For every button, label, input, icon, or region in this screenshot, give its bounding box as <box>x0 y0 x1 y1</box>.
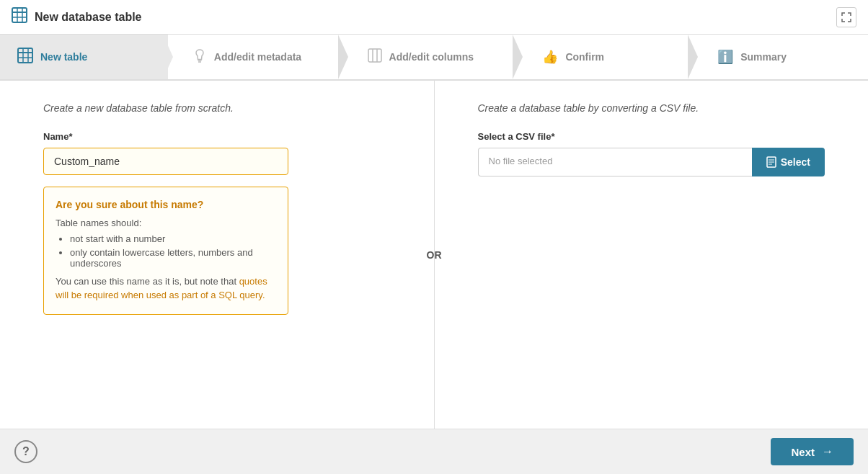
new-table-step-icon <box>17 48 33 67</box>
warning-rule-2: only contain lowercase letters, numbers … <box>70 247 276 269</box>
warning-note: You can use this name as it is, but note… <box>56 274 276 303</box>
step-add-edit-columns[interactable]: Add/edit columns <box>350 35 518 79</box>
footer: ? Next → <box>0 429 868 474</box>
step-summary[interactable]: ℹ️ Summary <box>700 35 868 79</box>
csv-filename-display: No file selected <box>478 148 752 176</box>
svg-rect-12 <box>368 49 381 62</box>
step-confirm[interactable]: 👍 Confirm <box>525 35 693 79</box>
step-summary-label: Summary <box>740 51 787 63</box>
next-arrow: → <box>822 445 833 458</box>
warning-note-highlight: quotes will be required when used as par… <box>56 276 267 301</box>
left-panel-description: Create a new database table from scratch… <box>43 102 391 114</box>
step-arrow-1 <box>159 35 177 79</box>
select-btn-label: Select <box>781 156 810 168</box>
warning-rule-1: not start with a number <box>70 233 276 244</box>
page-title: New database table <box>35 11 142 24</box>
step-arrow-3 <box>509 35 526 79</box>
step-columns-label: Add/edit columns <box>389 51 474 63</box>
name-label: Name* <box>43 131 391 142</box>
right-panel: Create a database table by converting a … <box>435 81 869 429</box>
csv-label: Select a CSV file* <box>478 131 825 142</box>
svg-rect-5 <box>18 48 32 63</box>
step-new-table[interactable]: New table <box>0 35 168 79</box>
select-csv-button[interactable]: Select <box>752 148 825 176</box>
step-arrow-4 <box>684 35 701 79</box>
header-title-group: New database table <box>12 7 142 27</box>
columns-step-icon <box>368 48 382 66</box>
help-label: ? <box>22 445 30 458</box>
csv-row: No file selected Select <box>478 148 825 176</box>
table-name-input[interactable] <box>43 148 288 175</box>
warning-intro: Table names should: <box>56 216 276 231</box>
left-panel: Create a new database table from scratch… <box>0 81 435 429</box>
step-new-table-label: New table <box>40 51 87 63</box>
wizard-steps: New table Add/edit metadata <box>0 35 868 81</box>
right-panel-description: Create a database table by converting a … <box>478 102 825 114</box>
warning-box: Are you sure about this name? Table name… <box>43 187 288 315</box>
help-button[interactable]: ? <box>14 440 37 463</box>
step-add-edit-metadata[interactable]: Add/edit metadata <box>175 35 343 79</box>
table-icon <box>12 7 27 27</box>
step-arrow-2 <box>335 35 352 79</box>
step-confirm-label: Confirm <box>565 51 604 63</box>
confirm-step-icon: 👍 <box>542 49 558 65</box>
svg-rect-0 <box>12 8 27 22</box>
metadata-step-icon <box>192 48 207 66</box>
expand-button[interactable] <box>836 7 856 27</box>
or-divider: OR <box>427 249 442 261</box>
warning-rules-list: not start with a number only contain low… <box>56 233 276 269</box>
next-label: Next <box>791 446 815 458</box>
next-button[interactable]: Next → <box>771 438 854 465</box>
step-metadata-label: Add/edit metadata <box>214 51 301 63</box>
summary-step-icon: ℹ️ <box>717 49 733 65</box>
warning-title: Are you sure about this name? <box>56 199 276 210</box>
